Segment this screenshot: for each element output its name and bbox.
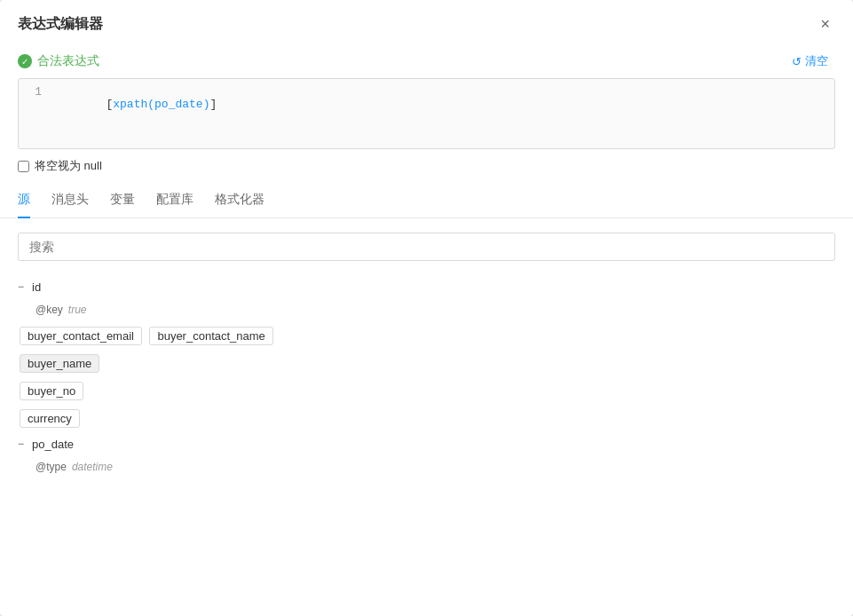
valid-icon: ✓	[18, 54, 32, 68]
dialog: 表达式编辑器 × ✓ 合法表达式 ↺ 清空 1 [xpath(po_date)]…	[0, 0, 853, 616]
editor-line: 1 [xpath(po_date)]	[19, 79, 834, 130]
clear-button[interactable]: ↺ 清空	[785, 50, 835, 73]
tab-config-store[interactable]: 配置库	[156, 183, 194, 218]
status-label: 合法表达式	[37, 53, 99, 69]
node-children-id: @key true	[18, 299, 835, 322]
expand-icon-id[interactable]: −	[18, 278, 28, 297]
tree-node-id: − id @key true	[18, 275, 835, 322]
tag-row-3: buyer_no	[18, 377, 835, 405]
line-content: [xpath(po_date)]	[51, 84, 834, 124]
node-label-id[interactable]: id	[32, 277, 41, 297]
null-check-row: 将空视为 null	[0, 149, 853, 183]
null-check-label: 将空视为 null	[35, 158, 102, 174]
attr-val-datetime: datetime	[72, 458, 113, 478]
expand-icon-po-date[interactable]: −	[18, 435, 28, 454]
editor-area[interactable]: 1 [xpath(po_date)]	[18, 78, 835, 149]
tag-buyer-no[interactable]: buyer_no	[20, 382, 83, 400]
dialog-title: 表达式编辑器	[18, 15, 103, 34]
tab-variable[interactable]: 变量	[110, 183, 135, 218]
tab-formatter[interactable]: 格式化器	[215, 183, 265, 218]
code-suffix: ]	[209, 98, 217, 111]
tag-buyer-contact-name[interactable]: buyer_contact_name	[149, 327, 272, 345]
attr-row-key: @key true	[36, 299, 835, 322]
attr-key-key: @key	[36, 301, 63, 320]
tag-row-2: buyer_name	[18, 350, 835, 377]
attr-key-type: @type	[36, 458, 67, 478]
node-label-po-date[interactable]: po_date	[32, 434, 74, 454]
close-button[interactable]: ×	[815, 14, 835, 34]
search-area	[0, 218, 853, 268]
tag-row-1: buyer_contact_email buyer_contact_name	[18, 322, 835, 350]
search-input[interactable]	[18, 233, 835, 261]
tag-buyer-name[interactable]: buyer_name	[20, 354, 99, 373]
tag-row-4: currency	[18, 405, 835, 432]
tabs-bar: 源 消息头 变量 配置库 格式化器	[0, 183, 853, 218]
null-check-checkbox[interactable]	[18, 161, 29, 172]
attr-val-true: true	[68, 301, 87, 320]
tree-node-po-date: − po_date @type datetime	[18, 432, 835, 479]
code-func: xpath(po_date)	[113, 98, 209, 111]
node-children-po-date: @type datetime	[18, 456, 835, 479]
tab-message-header[interactable]: 消息头	[51, 183, 89, 218]
tab-source[interactable]: 源	[18, 183, 30, 218]
attr-row-type: @type datetime	[36, 456, 835, 479]
clear-label: 清空	[805, 53, 828, 69]
tag-currency[interactable]: currency	[20, 409, 80, 428]
clear-icon: ↺	[792, 55, 802, 68]
tag-buyer-contact-email[interactable]: buyer_contact_email	[20, 327, 142, 345]
status-bar: ✓ 合法表达式 ↺ 清空	[0, 44, 853, 78]
tree-area: − id @key true buyer_contact_email buyer…	[0, 268, 853, 616]
line-number: 1	[19, 84, 51, 99]
dialog-header: 表达式编辑器 ×	[0, 0, 853, 44]
status-valid: ✓ 合法表达式	[18, 53, 99, 69]
